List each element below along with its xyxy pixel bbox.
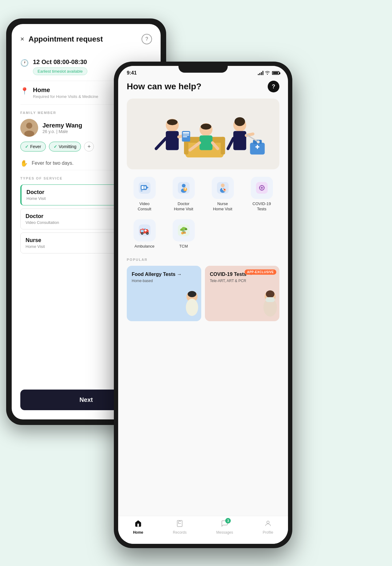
svg-point-60 (263, 186, 264, 187)
svg-point-81 (181, 232, 184, 234)
status-time: 9:41 (127, 70, 137, 76)
svg-point-87 (188, 291, 196, 297)
svg-point-2 (24, 131, 34, 137)
covid-card-content: COVID-19 Tests → Tele-ART, ART & PCR (205, 266, 279, 289)
svg-rect-75 (144, 228, 146, 229)
svg-rect-74 (142, 228, 144, 229)
check-icon: ✓ (25, 144, 29, 149)
svg-point-63 (261, 187, 263, 189)
notes-icon: ✋ (20, 160, 28, 167)
video-consult-label: VideoConsult (138, 201, 151, 212)
add-tag-button[interactable]: + (84, 142, 94, 152)
avatar (20, 119, 38, 137)
covid-card-sub: Tele-ART, ART & PCR (210, 279, 274, 283)
svg-point-80 (182, 227, 186, 229)
front-content: How can we help? ? (118, 76, 288, 540)
svg-point-30 (257, 140, 260, 144)
food-allergy-title: Food Allergy Tests → (132, 271, 196, 278)
hero-illustration (127, 99, 279, 169)
svg-line-84 (185, 230, 185, 232)
svg-point-33 (201, 124, 211, 130)
app-exclusive-badge: APP-EXCLUSIVE (245, 269, 276, 275)
help-button[interactable]: ? (142, 34, 152, 44)
service-grid-2: Ambulance (127, 219, 279, 249)
svg-rect-22 (233, 131, 246, 150)
close-button[interactable]: × (20, 35, 24, 43)
tcm-label: TCM (179, 244, 188, 249)
popular-label: POPULAR (127, 258, 279, 261)
help-circle-button[interactable]: ? (268, 81, 279, 92)
service-doctor-home-visit[interactable]: DoctorHome Visit (166, 177, 201, 212)
svg-point-58 (263, 187, 265, 188)
svg-point-62 (263, 189, 264, 190)
nurse-home-label: NurseHome Visit (213, 201, 232, 212)
svg-rect-37 (144, 186, 146, 189)
tag-vomitting-label: Vomitting (59, 144, 77, 149)
nurse-home-icon-box (212, 177, 234, 199)
svg-rect-69 (145, 229, 146, 232)
appointment-title: Appointment request (29, 35, 103, 43)
svg-rect-52 (224, 189, 225, 190)
timeslot-badge: Earliest timeslot available (33, 67, 87, 75)
svg-point-41 (182, 184, 186, 188)
main-heading: How can we help? (127, 82, 202, 91)
svg-rect-14 (166, 131, 179, 150)
svg-rect-20 (183, 136, 187, 137)
member-details: Jeremy Wang 26 y.o. | Male (42, 122, 82, 134)
home-icon (134, 520, 142, 529)
service-covid-tests[interactable]: COVID-19Tests (244, 177, 279, 212)
doctor-home-label: DoctorHome Visit (174, 201, 193, 212)
appointment-header: × Appointment request ? (20, 34, 152, 44)
popular-card-covid[interactable]: COVID-19 Tests → Tele-ART, ART & PCR APP… (205, 266, 279, 321)
service-grid-1: VideoConsult DoctorHome Visit (127, 177, 279, 212)
appointment-date: 12 Oct 08:00-08:30 (33, 59, 87, 66)
service-video-consult[interactable]: VideoConsult (127, 177, 162, 212)
location-name: Home (33, 87, 98, 94)
service-ambulance[interactable]: Ambulance (127, 219, 162, 249)
svg-rect-91 (266, 297, 275, 302)
svg-point-56 (261, 189, 262, 191)
bottom-nav: Home Records 3 (118, 516, 288, 544)
nav-messages-label: Messages (216, 530, 233, 535)
tag-vomitting[interactable]: ✓ Vomitting (49, 142, 81, 152)
location-icon: 📍 (20, 87, 29, 95)
location-subtitle: Required for Home Visits & Medicine (33, 94, 98, 99)
popular-grid: Food Allergy Tests → Home-based COVID-19… (127, 266, 279, 321)
heading-row: How can we help? ? (127, 81, 279, 92)
svg-point-82 (184, 232, 186, 234)
svg-point-55 (261, 185, 262, 186)
service-tcm[interactable]: TCM (166, 219, 201, 249)
covid-tests-label: COVID-19Tests (253, 201, 271, 212)
svg-line-83 (182, 230, 183, 232)
front-phone-screen: 9:41 (118, 66, 288, 544)
service-empty-1 (205, 219, 240, 249)
ambulance-icon-box (134, 219, 156, 241)
phone-notch (178, 62, 228, 73)
nav-profile-label: Profile (263, 530, 273, 535)
svg-point-71 (142, 233, 143, 234)
svg-point-93 (267, 521, 269, 524)
svg-rect-19 (183, 135, 189, 135)
nav-home-label: Home (133, 530, 143, 535)
location-content: Home Required for Home Visits & Medicine (33, 87, 98, 99)
popular-card-food-allergy[interactable]: Food Allergy Tests → Home-based (127, 266, 201, 321)
nav-home[interactable]: Home (133, 520, 143, 535)
ambulance-label: Ambulance (134, 244, 154, 249)
svg-point-57 (259, 187, 260, 188)
svg-point-59 (260, 186, 261, 187)
header-left: × Appointment request (20, 35, 103, 43)
svg-rect-10 (200, 135, 213, 150)
svg-rect-67 (141, 230, 144, 232)
nav-profile[interactable]: Profile (263, 520, 273, 535)
svg-point-31 (167, 119, 178, 125)
service-nurse-home-visit[interactable]: NurseHome Visit (205, 177, 240, 212)
nav-records[interactable]: Records (173, 520, 187, 535)
svg-point-90 (266, 290, 274, 298)
member-name: Jeremy Wang (42, 122, 82, 129)
records-icon (176, 520, 183, 529)
status-icons (258, 71, 279, 76)
doctor-home-icon-box (173, 177, 195, 199)
svg-point-1 (26, 123, 32, 129)
tag-fever[interactable]: ✓ Fever (20, 142, 46, 152)
nav-messages[interactable]: 3 Messages (216, 520, 233, 535)
